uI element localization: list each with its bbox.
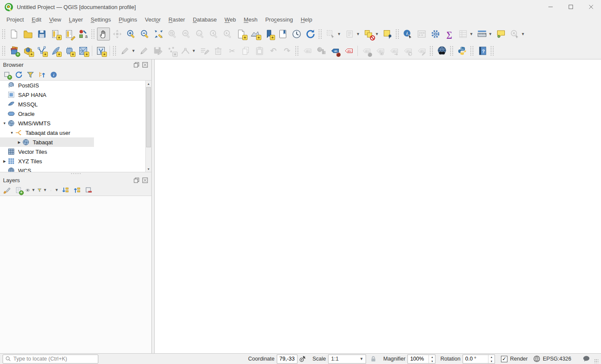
new-virtual-layer-button[interactable]: ★ (63, 44, 76, 57)
chevron-right-icon[interactable]: ▶ (16, 140, 22, 144)
save-project-button[interactable] (35, 28, 48, 40)
spinner-arrows[interactable]: ▲▼ (429, 355, 435, 363)
metasearch-button[interactable] (435, 44, 448, 57)
layers-float-button[interactable] (133, 177, 140, 184)
browser-item-vector-tiles[interactable]: Vector Tiles (0, 147, 151, 156)
highlight-pinned-labels-button[interactable]: ab (329, 44, 341, 57)
resize-grip[interactable] (594, 359, 598, 363)
select-by-location-button[interactable] (381, 28, 394, 40)
help-button[interactable]: ? (476, 44, 489, 57)
remove-layer-group-button[interactable] (84, 185, 94, 195)
scroll-thumb[interactable] (146, 87, 151, 147)
layers-close-button[interactable] (142, 177, 148, 184)
show-spatial-bookmarks-button[interactable] (276, 28, 289, 40)
coordinate-input[interactable] (277, 355, 297, 364)
chevron-down-icon[interactable]: ▼ (9, 131, 15, 135)
browser-item-mssql[interactable]: MSSQL (0, 100, 151, 109)
filter-legend-button[interactable]: ▼ (37, 185, 47, 195)
new-spatial-bookmark-button[interactable]: ★ (263, 28, 275, 40)
new-map-view-button[interactable]: ★ (235, 28, 248, 40)
locate-input[interactable] (13, 356, 96, 362)
toolbar-handle[interactable] (2, 29, 5, 39)
magnifier-spinbox[interactable]: ▲▼ (407, 355, 435, 364)
new-print-layout-button[interactable]: ★ (49, 28, 62, 40)
map-tips-button[interactable] (495, 28, 507, 40)
magnifier-input[interactable] (408, 355, 429, 363)
menu-item-project[interactable]: Project (3, 15, 28, 25)
toolbar-handle[interactable] (430, 46, 433, 56)
browser-item-oracle[interactable]: Oracle (0, 109, 151, 118)
menu-item-database[interactable]: Database (189, 15, 221, 25)
browser-float-button[interactable] (133, 62, 140, 68)
map-canvas[interactable] (154, 59, 601, 353)
expand-all-layers-button[interactable] (60, 185, 70, 195)
crs-globe-icon[interactable] (533, 355, 541, 363)
menu-item-web[interactable]: Web (221, 15, 240, 25)
browser-item-postgis[interactable]: PostGIS (0, 81, 151, 90)
chevron-right-icon[interactable]: ▶ (2, 159, 7, 163)
toolbar-handle[interactable] (450, 46, 453, 56)
new-geopackage-layer-button[interactable]: ★ (22, 44, 34, 57)
menu-item-settings[interactable]: Settings (87, 15, 115, 25)
filter-browser-button[interactable] (25, 70, 35, 80)
browser-item-tabaqat[interactable]: ▶Tabaqat (0, 137, 151, 147)
browser-scrollbar[interactable]: ▲ ▼ (145, 81, 151, 172)
close-button[interactable] (581, 0, 601, 14)
new-temporary-scratch-layer-button[interactable]: ★ (49, 44, 62, 57)
measure-button[interactable]: ▼ (476, 28, 494, 40)
browser-close-button[interactable] (142, 62, 148, 68)
zoom-full-button[interactable] (152, 28, 165, 40)
menu-item-mesh[interactable]: Mesh (240, 15, 261, 25)
new-3d-map-view-button[interactable]: ★ (249, 28, 262, 40)
new-annotation-layer-button[interactable]: ★ (94, 44, 107, 57)
maximize-button[interactable] (560, 0, 581, 14)
menu-item-help[interactable]: Help (297, 15, 316, 25)
toolbar-handle[interactable] (295, 46, 298, 56)
menu-item-plugins[interactable]: Plugins (115, 15, 141, 25)
collapse-all-button[interactable] (37, 70, 47, 80)
data-source-manager-button[interactable]: + (8, 44, 21, 57)
enable-properties-widget-button[interactable]: i (49, 70, 59, 80)
minimize-button[interactable] (540, 0, 560, 14)
new-shapefile-layer-button[interactable]: ★ (35, 44, 48, 57)
toolbar-handle[interactable] (91, 29, 94, 39)
rotation-spinbox[interactable]: ▲▼ (463, 355, 495, 364)
manage-map-themes-button[interactable]: ▼ (25, 185, 35, 195)
refresh-browser-button[interactable] (14, 70, 24, 80)
spinner-arrows[interactable]: ▲▼ (488, 355, 495, 363)
new-project-button[interactable] (8, 28, 21, 40)
chevron-down-icon[interactable]: ▼ (2, 121, 7, 125)
menu-item-layer[interactable]: Layer (65, 15, 87, 25)
browser-item-tabaqat-data-user[interactable]: ▼Tabaqat data user (0, 128, 151, 137)
rotation-input[interactable] (463, 355, 488, 363)
toolbar-handle[interactable] (2, 46, 5, 56)
scroll-down-arrow[interactable]: ▼ (146, 166, 151, 172)
open-project-button[interactable] (22, 28, 34, 40)
toolbar-handle[interactable] (319, 29, 322, 39)
pan-map-button[interactable] (97, 28, 110, 40)
zoom-out-button[interactable] (138, 28, 151, 40)
identify-features-button[interactable]: i (401, 28, 414, 40)
menu-item-view[interactable]: View (45, 15, 65, 25)
menu-item-edit[interactable]: Edit (28, 15, 45, 25)
zoom-in-button[interactable] (125, 28, 138, 40)
add-selected-layers-button[interactable]: + (2, 70, 12, 80)
menu-item-processing[interactable]: Processing (261, 15, 297, 25)
processing-toolbox-button[interactable] (429, 28, 442, 40)
deselect-features-all-layers-button[interactable]: ▼ (362, 28, 380, 40)
toolbar-handle[interactable] (491, 46, 494, 56)
new-mesh-layer-button[interactable]: ★ (77, 44, 90, 57)
toolbar-handle[interactable] (396, 29, 399, 39)
temporal-controller-button[interactable] (290, 28, 303, 40)
toggle-unplaced-labels-button[interactable]: abc (342, 44, 355, 57)
style-manager-button[interactable]: a (77, 28, 90, 40)
toolbar-handle[interactable] (470, 46, 473, 56)
crs-status[interactable]: EPSG:4326 (543, 356, 571, 362)
messages-icon[interactable] (582, 355, 590, 363)
render-checkbox[interactable]: ✓ Render (501, 356, 528, 362)
extents-toggle-icon[interactable] (299, 355, 307, 363)
menu-item-vector[interactable]: Vector (141, 15, 165, 25)
statistical-summary-button[interactable]: ∑ (443, 28, 456, 40)
python-console-button[interactable] (456, 44, 469, 57)
collapse-all-layers-button[interactable] (72, 185, 82, 195)
